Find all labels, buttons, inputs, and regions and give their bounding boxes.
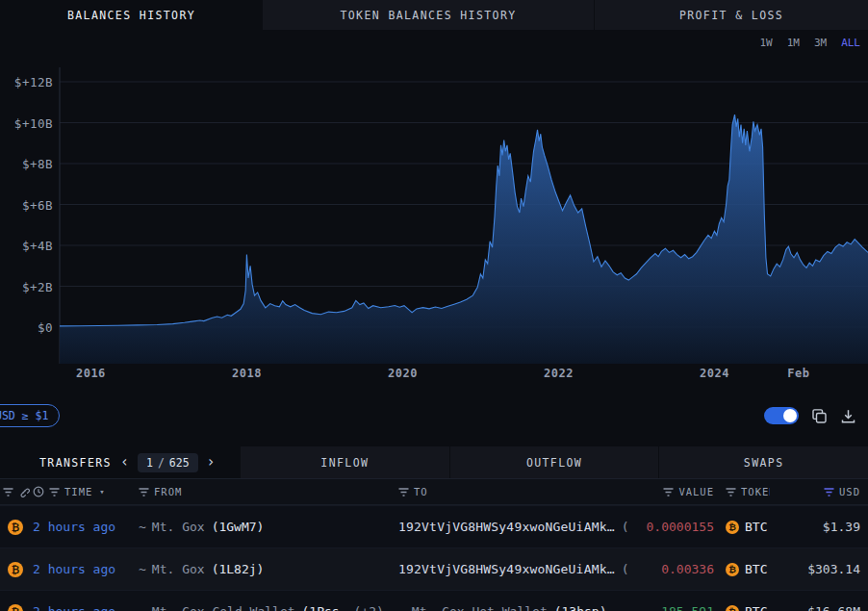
usd-toggle[interactable] bbox=[764, 407, 799, 424]
filter-icon[interactable] bbox=[398, 488, 409, 496]
range-3m[interactable]: 3M bbox=[814, 37, 827, 49]
bitcoin-chain-icon: ₿ bbox=[8, 604, 23, 611]
th-from[interactable]: FROM bbox=[139, 486, 398, 497]
btc-token-icon: ₿ bbox=[726, 605, 739, 611]
copy-icon[interactable] bbox=[811, 408, 828, 424]
th-token[interactable]: TOKEN bbox=[714, 486, 770, 497]
column-label: USD bbox=[839, 486, 860, 497]
transfers-table-body: ₿ 2 hours ago ~Mt. Gox(1GwM7) 192VtVjVG8… bbox=[0, 505, 868, 611]
th-usd[interactable]: USD bbox=[770, 486, 860, 497]
usd-filter-chip[interactable]: USD ≥ $1 bbox=[0, 404, 60, 427]
tab-label: PROFIT & LOSS bbox=[679, 9, 783, 22]
transfer-time-link[interactable]: 2 hours ago bbox=[33, 520, 139, 534]
transfer-row[interactable]: ₿ 2 hours ago ~Mt. Gox(1GwM7) 192VtVjVG8… bbox=[0, 505, 868, 547]
transfer-usd: $1.39 bbox=[770, 520, 860, 534]
filter-icon[interactable] bbox=[663, 488, 674, 496]
tab-profit-loss[interactable]: PROFIT & LOSS bbox=[594, 0, 868, 30]
transfers-table-header: TIME ▾ FROM TO VALUE TOKEN USD bbox=[0, 478, 868, 505]
x-axis-label: 2024 bbox=[700, 367, 729, 380]
tab-label: INFLOW bbox=[320, 456, 369, 470]
th-value[interactable]: VALUE bbox=[627, 486, 714, 497]
transfer-row[interactable]: ₿ 2 hours ago ~Mt. Gox(1L82j) 192VtVjVG8… bbox=[0, 547, 868, 590]
download-icon[interactable] bbox=[840, 408, 856, 424]
filter-icon[interactable] bbox=[3, 488, 13, 496]
transfer-to-link[interactable]: 192VtVjVG8HWSy49xwoNGeUiAMk…(+1) bbox=[398, 562, 627, 576]
x-axis-label: 2022 bbox=[544, 367, 574, 380]
column-label: TOKEN bbox=[741, 486, 770, 497]
top-tab-bar: BALANCES HISTORY TOKEN BALANCES HISTORY … bbox=[0, 0, 868, 30]
chart-actions bbox=[764, 407, 856, 424]
filter-icon[interactable] bbox=[49, 488, 60, 496]
time-range-selector: 1W 1M 3M ALL bbox=[0, 30, 868, 56]
prev-page-button[interactable]: ‹ bbox=[120, 455, 129, 470]
column-label: FROM bbox=[154, 486, 182, 497]
range-all[interactable]: ALL bbox=[841, 37, 860, 49]
transfer-token: ₿BTC bbox=[714, 520, 770, 534]
btc-token-icon: ₿ bbox=[726, 563, 739, 576]
tab-token-balances-history[interactable]: TOKEN BALANCES HISTORY bbox=[262, 0, 594, 30]
y-axis-label: $+10B bbox=[0, 115, 53, 130]
btc-token-icon: ₿ bbox=[726, 521, 739, 534]
filter-chip-label: USD ≥ $1 bbox=[0, 409, 48, 422]
y-axis-label: $+4B bbox=[0, 239, 53, 253]
tab-inflow[interactable]: INFLOW bbox=[240, 446, 449, 478]
x-axis-label: 2020 bbox=[388, 367, 418, 380]
chain-link-icon[interactable] bbox=[18, 486, 30, 497]
tab-label: SWAPS bbox=[744, 456, 784, 470]
transfer-usd: $303.14 bbox=[770, 562, 860, 576]
next-page-button[interactable]: › bbox=[207, 455, 216, 470]
balances-history-chart[interactable]: $+12B$+10B$+8B$+6B$+4B$+2B$0 bbox=[0, 67, 868, 364]
chart-controls-row: USD ≥ $1 bbox=[0, 385, 868, 446]
transfer-from-link[interactable]: ~Mt. Gox(1GwM7) bbox=[139, 520, 398, 534]
x-axis-label: 2018 bbox=[232, 367, 262, 380]
transfer-time-link[interactable]: 2 hours ago bbox=[33, 604, 139, 611]
tab-outflow[interactable]: OUTFLOW bbox=[449, 446, 659, 478]
y-axis-label: $0 bbox=[0, 320, 53, 335]
balance-area-chart[interactable] bbox=[0, 67, 868, 364]
filter-icon-active[interactable] bbox=[824, 488, 834, 496]
chart-x-axis: 20162018202020222024Feb bbox=[0, 364, 868, 385]
y-axis-label: $+2B bbox=[0, 279, 53, 293]
th-chain bbox=[0, 486, 33, 497]
x-axis-label: Feb bbox=[787, 367, 809, 380]
transfer-token: ₿BTC bbox=[714, 562, 770, 576]
th-to[interactable]: TO bbox=[398, 486, 627, 497]
bitcoin-chain-icon: ₿ bbox=[8, 520, 23, 535]
transfer-usd: $16.68M bbox=[770, 604, 860, 611]
th-time[interactable]: TIME ▾ bbox=[33, 486, 139, 497]
page-indicator: 1/625 bbox=[138, 453, 198, 472]
transfer-from-link[interactable]: ~Mt. Gox(1L82j) bbox=[139, 562, 398, 576]
chevron-down-icon[interactable]: ▾ bbox=[99, 487, 105, 496]
filter-icon[interactable] bbox=[139, 488, 149, 496]
transfers-tab-bar: TRANSFERS ‹ 1/625 › INFLOW OUTFLOW SWAPS bbox=[0, 446, 868, 478]
transfer-value: 0.0000155 bbox=[627, 520, 714, 534]
tab-label: BALANCES HISTORY bbox=[67, 9, 195, 22]
range-1m[interactable]: 1M bbox=[787, 37, 800, 49]
total-pages: 625 bbox=[169, 456, 190, 470]
bitcoin-chain-icon: ₿ bbox=[8, 562, 23, 577]
tab-balances-history[interactable]: BALANCES HISTORY bbox=[0, 0, 262, 30]
transfer-row[interactable]: ₿ 2 hours ago ~Mt. Gox Cold Wallet(1Pss…… bbox=[0, 590, 868, 611]
x-axis-label: 2016 bbox=[76, 367, 106, 380]
y-axis-label: $+12B bbox=[0, 75, 53, 89]
column-label: VALUE bbox=[678, 486, 714, 497]
clock-icon bbox=[33, 486, 44, 497]
tab-swaps[interactable]: SWAPS bbox=[658, 446, 868, 478]
transfer-to-link[interactable]: ~Mt. Gox Hot Wallet(13hsp) bbox=[398, 604, 627, 611]
y-axis-label: $+6B bbox=[0, 197, 53, 212]
transfer-from-link[interactable]: ~Mt. Gox Cold Wallet(1Pss…(+2) bbox=[139, 604, 398, 611]
current-page: 1 bbox=[146, 456, 153, 470]
toggle-knob bbox=[783, 409, 797, 422]
transfer-value: 0.00336 bbox=[627, 562, 714, 576]
transfer-time-link[interactable]: 2 hours ago bbox=[33, 562, 139, 576]
transfer-to-link[interactable]: 192VtVjVG8HWSy49xwoNGeUiAMk…(+1) bbox=[398, 520, 627, 534]
tab-transfers[interactable]: TRANSFERS ‹ 1/625 › bbox=[0, 446, 240, 478]
filter-icon[interactable] bbox=[726, 488, 736, 496]
transfer-value: 185.591 bbox=[627, 604, 714, 611]
column-label: TO bbox=[414, 486, 428, 497]
y-axis-label: $+8B bbox=[0, 157, 53, 171]
range-1w[interactable]: 1W bbox=[759, 37, 772, 49]
tab-label: TRANSFERS bbox=[39, 456, 112, 470]
column-label: TIME bbox=[64, 486, 92, 497]
tab-label: TOKEN BALANCES HISTORY bbox=[340, 9, 516, 22]
